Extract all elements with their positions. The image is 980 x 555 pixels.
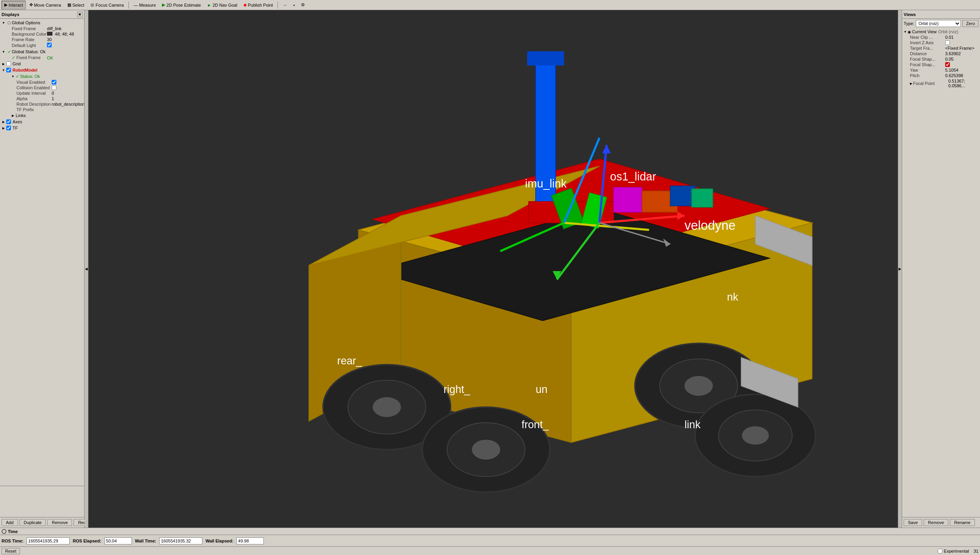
- alpha-prop: Alpha 1: [0, 96, 84, 101]
- extra-btn-1[interactable]: →: [280, 1, 290, 9]
- right-panel: Views Type: Orbit (rviz) Zero ▼ ◉ Curren…: [902, 10, 980, 528]
- measure-button[interactable]: ― Measure: [131, 1, 159, 9]
- alpha-label: Alpha: [16, 96, 52, 101]
- experimental-checkbox[interactable]: [938, 549, 942, 553]
- default-light-checkbox[interactable]: [47, 43, 52, 47]
- interact-button[interactable]: ▶ Interact: [2, 1, 26, 9]
- wall-time-input[interactable]: [159, 537, 202, 544]
- focal-shape2-checkbox[interactable]: [945, 62, 950, 67]
- frame-rate-value: 30: [47, 37, 83, 42]
- views-title: Views: [904, 12, 916, 17]
- default-light-value: [47, 43, 83, 48]
- global-status-icon: ✓: [6, 49, 12, 54]
- collision-enabled-prop: Collision Enabled: [0, 85, 84, 90]
- near-clip-prop: Near Clip ... 0.01: [903, 34, 979, 40]
- left-panel: Displays ✖ ▼ □ Global Options Fixed Fram…: [0, 10, 85, 528]
- collision-enabled-label: Collision Enabled: [16, 85, 52, 90]
- distance-value: 3.63902: [945, 51, 978, 56]
- remove-button[interactable]: Remove: [47, 519, 72, 526]
- global-options-expander[interactable]: ▼: [1, 20, 6, 25]
- tf-item[interactable]: ▶ TF: [0, 125, 84, 131]
- nav-goal-icon: ►: [207, 3, 211, 7]
- grid-expander[interactable]: ▶: [1, 61, 6, 67]
- views-type-row: Type: Orbit (rviz) Zero: [902, 19, 980, 28]
- collapse-left-button[interactable]: ◀: [85, 10, 88, 528]
- pose-estimate-button[interactable]: ▶ 2D Pose Estimate: [159, 1, 204, 9]
- views-remove-button[interactable]: Remove: [924, 519, 948, 526]
- grid-checkbox[interactable]: [6, 61, 11, 66]
- global-options-label: Global Options: [12, 20, 83, 25]
- displays-buttons: Add Duplicate Remove Rename: [0, 517, 84, 528]
- views-header: Views: [902, 10, 980, 19]
- axes-expander[interactable]: ▶: [1, 119, 6, 124]
- duplicate-button[interactable]: Duplicate: [20, 519, 46, 526]
- tf-expander[interactable]: ▶: [1, 125, 6, 131]
- displays-close-button[interactable]: ✖: [77, 12, 83, 17]
- views-rename-button[interactable]: Rename: [950, 519, 975, 526]
- reset-button[interactable]: Reset: [2, 548, 20, 554]
- focal-shape1-label: Focal Shap...: [910, 57, 945, 61]
- current-view-icon: ◉: [908, 30, 911, 34]
- add-button[interactable]: Add: [2, 519, 18, 526]
- right-buttons: Save Remove Rename: [902, 517, 980, 528]
- links-item[interactable]: ▶ Links: [0, 112, 84, 119]
- wall-elapsed-label: Wall Elapsed:: [205, 539, 233, 543]
- current-view-header[interactable]: ▼ ◉ Current View Orbit (rviz): [903, 29, 979, 34]
- extra-btn-3[interactable]: ⚙: [298, 1, 308, 9]
- ros-time-input[interactable]: [27, 537, 70, 544]
- focal-shape2-prop: Focal Shap...: [903, 62, 979, 67]
- focus-camera-button[interactable]: ◎ Focus Camera: [88, 1, 126, 9]
- target-frame-value: <Fixed Frame>: [945, 46, 978, 50]
- main-area: Displays ✖ ▼ □ Global Options Fixed Fram…: [0, 10, 980, 528]
- 3d-viewport[interactable]: imu_link os1_lidar velodyne rear_ right_…: [88, 10, 898, 528]
- focus-camera-label: Focus Camera: [95, 3, 124, 7]
- views-save-button[interactable]: Save: [904, 519, 922, 526]
- current-view-expander[interactable]: ▼: [904, 30, 907, 34]
- global-status-item[interactable]: ▼ ✓ Global Status: Ok: [0, 49, 84, 55]
- fixed-frame-label: Fixed Frame: [12, 26, 47, 31]
- select-icon: ▦: [67, 2, 71, 7]
- collapse-right-button[interactable]: ▶: [898, 10, 902, 528]
- select-button[interactable]: ▦ Select: [65, 1, 87, 9]
- zero-button[interactable]: Zero: [962, 20, 978, 27]
- pitch-value: 0.625398: [945, 73, 978, 78]
- wall-elapsed-input[interactable]: [236, 537, 264, 544]
- robot-model-expander[interactable]: ▼: [1, 67, 6, 73]
- extra-btn-2[interactable]: •: [290, 1, 297, 9]
- focal-point-label: Focal Point: [913, 81, 948, 86]
- tf-prefix-label: TF Prefix: [16, 107, 52, 112]
- axes-checkbox[interactable]: [6, 119, 11, 124]
- status-ok-expander[interactable]: ▼: [10, 74, 16, 79]
- move-camera-button[interactable]: ✥ Move Camera: [27, 1, 64, 9]
- type-select[interactable]: Orbit (rviz): [916, 20, 961, 27]
- global-status-expander[interactable]: ▼: [1, 49, 6, 54]
- update-interval-label: Update Interval: [16, 91, 52, 96]
- pitch-label: Pitch: [910, 73, 945, 78]
- robot-scene: imu_link os1_lidar velodyne rear_ right_…: [88, 10, 898, 528]
- grid-item[interactable]: ▶ Grid: [0, 61, 84, 67]
- svg-rect-29: [614, 187, 642, 212]
- invert-z-checkbox[interactable]: [945, 40, 950, 45]
- robot-model-item[interactable]: ▼ RobotModel: [0, 67, 84, 73]
- gear-icon: ⚙: [301, 2, 305, 7]
- robot-model-label: RobotModel: [13, 68, 83, 72]
- focal-point-expander[interactable]: ▶: [910, 82, 912, 85]
- status-fixed-frame-label: ✓ Fixed Frame: [12, 55, 47, 60]
- arrow-icon: →: [283, 3, 287, 7]
- experimental-section: Experimental 31: [938, 549, 978, 553]
- visual-enabled-checkbox[interactable]: [52, 80, 56, 85]
- collision-enabled-checkbox[interactable]: [52, 85, 56, 90]
- axes-item[interactable]: ▶ Axes: [0, 119, 84, 125]
- nav-goal-button[interactable]: ► 2D Nav Goal: [204, 1, 240, 9]
- publish-point-button[interactable]: ◆ Publish Point: [241, 1, 276, 9]
- focal-shape2-label: Focal Shap...: [910, 62, 945, 67]
- robot-model-checkbox[interactable]: [6, 68, 11, 72]
- views-tree: ▼ ◉ Current View Orbit (rviz) Near Clip …: [902, 28, 980, 517]
- global-options-item[interactable]: ▼ □ Global Options: [0, 20, 84, 26]
- separator-2: [277, 2, 278, 9]
- links-expander[interactable]: ▶: [10, 113, 16, 118]
- invert-z-prop: Invert Z Axis: [903, 40, 979, 45]
- ros-elapsed-input[interactable]: [104, 537, 132, 544]
- tf-checkbox[interactable]: [6, 126, 11, 130]
- pose-estimate-label: 2D Pose Estimate: [166, 3, 201, 7]
